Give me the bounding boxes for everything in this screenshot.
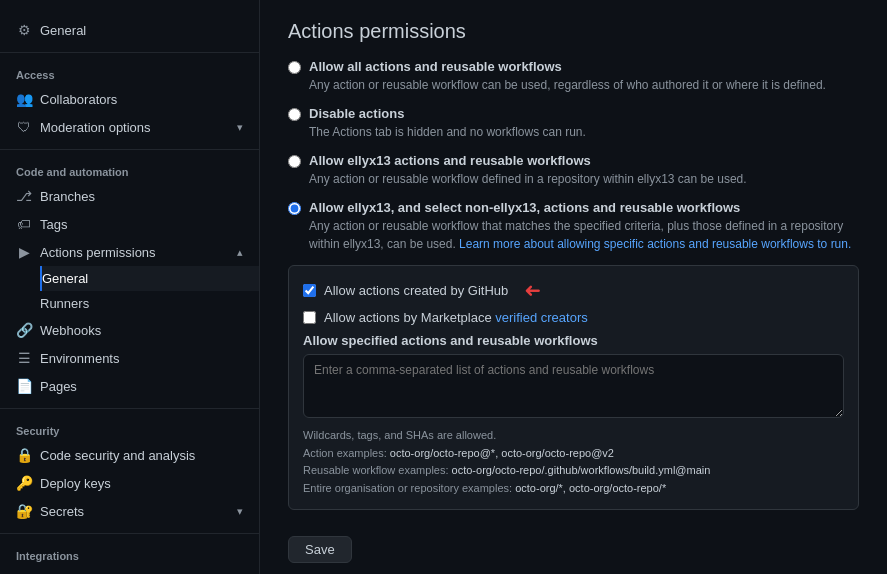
env-icon: ☰ [16,350,32,366]
specified-section: Allow specified actions and reusable wor… [303,333,844,497]
section-label-code: Code and automation [0,158,259,182]
sidebar-item-moderation[interactable]: 🛡 Moderation options ▾ [0,113,259,141]
radio-content-4: Allow ellyx13, and select non-ellyx13, a… [309,200,859,253]
radio-input-1[interactable] [288,61,301,74]
radio-desc-4: Any action or reusable workflow that mat… [309,217,859,253]
spec-hints: Wildcards, tags, and SHAs are allowed. A… [303,427,844,497]
sidebar-sub-actions: General Runners [0,266,259,316]
sidebar-label-moderation: Moderation options [40,120,229,135]
sidebar-item-actions-runners[interactable]: Runners [40,291,259,316]
person-icon: 👥 [16,91,32,107]
radio-option-2: Disable actions The Actions tab is hidde… [288,106,859,141]
radio-label-4[interactable]: Allow ellyx13, and select non-ellyx13, a… [309,200,740,215]
branch-icon: ⎇ [16,188,32,204]
chevron-down-icon: ▾ [237,121,243,134]
key-icon: 🔑 [16,475,32,491]
sidebar-item-code-security[interactable]: 🔒 Code security and analysis [0,441,259,469]
checkbox-option-1: Allow actions created by GitHub ➜ [303,278,844,302]
sidebar-label-tags: Tags [40,217,243,232]
radio-option-3: Allow ellyx13 actions and reusable workf… [288,153,859,188]
pages-icon: 📄 [16,378,32,394]
radio-label-2[interactable]: Disable actions [309,106,404,121]
sidebar-label-branches: Branches [40,189,243,204]
sidebar-item-branches[interactable]: ⎇ Branches [0,182,259,210]
checkbox-label-1[interactable]: Allow actions created by GitHub [324,283,508,298]
section-label-integrations: Integrations [0,542,259,566]
radio-input-3[interactable] [288,155,301,168]
sidebar: ⚙ General Access 👥 Collaborators 🛡 Moder… [0,0,260,574]
spec-hint-3-value: octo-org/octo-repo/.github/workflows/bui… [452,464,711,476]
sidebar-label-code-security: Code security and analysis [40,448,243,463]
spec-hint-2-value: octo-org/octo-repo@*, octo-org/octo-repo… [390,447,614,459]
page-title: Actions permissions [288,20,859,43]
spec-hint-1: Wildcards, tags, and SHAs are allowed. [303,429,496,441]
checkbox-label-1-text: Allow actions created by GitHub [324,283,508,298]
sidebar-item-general[interactable]: ⚙ General [0,16,259,44]
sidebar-label-general: General [40,23,243,38]
divider3 [0,408,259,409]
sidebar-item-collaborators[interactable]: 👥 Collaborators [0,85,259,113]
chevron-up-icon: ▴ [237,246,243,259]
sidebar-label-collaborators: Collaborators [40,92,243,107]
radio-desc-4-link[interactable]: Learn more about allowing specific actio… [459,237,851,251]
checkbox-option-2: Allow actions by Marketplace verified cr… [303,310,844,325]
verified-creators-link[interactable]: verified creators [495,310,587,325]
spec-hint-2-prefix: Action examples: [303,447,390,459]
spec-hint-3-prefix: Reusable workflow examples: [303,464,452,476]
spec-hint-4-value: octo-org/*, octo-org/octo-repo/* [515,482,666,494]
radio-desc-3: Any action or reusable workflow defined … [309,170,747,188]
radio-desc-2: The Actions tab is hidden and no workflo… [309,123,586,141]
checkbox-label-2[interactable]: Allow actions by Marketplace verified cr… [324,310,588,325]
checkbox-marketplace[interactable] [303,311,316,324]
sidebar-item-deploy-keys[interactable]: 🔑 Deploy keys [0,469,259,497]
radio-option-4: Allow ellyx13, and select non-ellyx13, a… [288,200,859,253]
actions-icon: ▶ [16,244,32,260]
webhook-icon: 🔗 [16,322,32,338]
sidebar-label-actions-general: General [42,271,243,286]
divider1 [0,52,259,53]
radio-option-1: Allow all actions and reusable workflows… [288,59,859,94]
radio-input-4[interactable] [288,202,301,215]
specified-label: Allow specified actions and reusable wor… [303,333,844,348]
main-content: Actions permissions Allow all actions an… [260,0,887,574]
section-label-security: Security [0,417,259,441]
radio-label-3[interactable]: Allow ellyx13 actions and reusable workf… [309,153,591,168]
sidebar-label-webhooks: Webhooks [40,323,243,338]
checkbox-label-2-text: Allow actions by Marketplace [324,310,495,325]
sidebar-label-environments: Environments [40,351,243,366]
checkbox-github-actions[interactable] [303,284,316,297]
sidebar-item-actions-general[interactable]: General [40,266,259,291]
radio-input-2[interactable] [288,108,301,121]
radio-content-1: Allow all actions and reusable workflows… [309,59,826,94]
lock-icon: 🔐 [16,503,32,519]
sidebar-item-github-apps[interactable]: ⬡ GitHub apps [0,566,259,574]
spec-hint-4-prefix: Entire organisation or repository exampl… [303,482,515,494]
sidebar-item-webhooks[interactable]: 🔗 Webhooks [0,316,259,344]
gear-icon: ⚙ [16,22,32,38]
sidebar-item-secrets[interactable]: 🔐 Secrets ▾ [0,497,259,525]
red-arrow-icon: ➜ [524,278,541,302]
shield-icon: 🛡 [16,119,32,135]
sub-options-panel: Allow actions created by GitHub ➜ Allow … [288,265,859,510]
sidebar-item-actions[interactable]: ▶ Actions permissions ▴ [0,238,259,266]
divider4 [0,533,259,534]
divider2 [0,149,259,150]
sidebar-label-secrets: Secrets [40,504,229,519]
sidebar-item-environments[interactable]: ☰ Environments [0,344,259,372]
radio-content-2: Disable actions The Actions tab is hidde… [309,106,586,141]
sidebar-label-pages: Pages [40,379,243,394]
section-label-access: Access [0,61,259,85]
specified-textarea[interactable] [303,354,844,418]
sidebar-item-pages[interactable]: 📄 Pages [0,372,259,400]
sidebar-label-actions: Actions permissions [40,245,229,260]
radio-desc-1: Any action or reusable workflow can be u… [309,76,826,94]
chevron-down-secrets-icon: ▾ [237,505,243,518]
shield-check-icon: 🔒 [16,447,32,463]
tag-icon: 🏷 [16,216,32,232]
sidebar-label-actions-runners: Runners [40,296,243,311]
save-button[interactable]: Save [288,536,352,563]
radio-content-3: Allow ellyx13 actions and reusable workf… [309,153,747,188]
radio-label-1[interactable]: Allow all actions and reusable workflows [309,59,562,74]
sidebar-item-tags[interactable]: 🏷 Tags [0,210,259,238]
sidebar-label-deploy-keys: Deploy keys [40,476,243,491]
